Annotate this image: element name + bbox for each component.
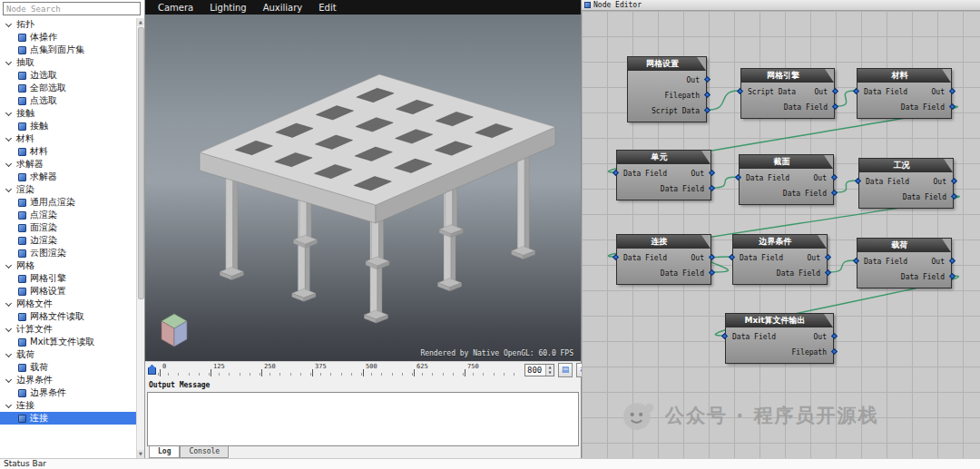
chevron-down-icon[interactable]	[5, 20, 12, 26]
output-message-box[interactable]	[147, 392, 579, 446]
output-port-icon[interactable]	[949, 273, 956, 279]
node-editor-canvas[interactable]: 公众号 · 程序员开源栈 网格设置OutFilepathScript Data网…	[582, 11, 980, 458]
tree-category[interactable]: 计算文件	[0, 323, 136, 336]
input-port-icon[interactable]	[853, 258, 859, 264]
chevron-down-icon[interactable]	[5, 261, 12, 268]
tree-item[interactable]: 网格设置	[0, 285, 136, 298]
chevron-down-icon[interactable]	[5, 185, 12, 191]
node-material[interactable]: 材料Data FieldOutData Field	[857, 68, 952, 119]
timeline-ruler[interactable]: 0125250375500625750	[158, 363, 517, 377]
output-port-icon[interactable]	[951, 178, 957, 184]
input-port-icon[interactable]	[612, 170, 619, 176]
tree-category[interactable]: 材料	[0, 132, 136, 145]
node-boundary[interactable]: 边界条件Data FieldOutData Field	[732, 234, 828, 285]
tree-item[interactable]: 点渲染	[0, 209, 136, 221]
output-port-icon[interactable]	[949, 103, 956, 110]
output-port-icon[interactable]	[704, 107, 710, 113]
timeline-marker[interactable]	[148, 365, 156, 375]
chevron-down-icon[interactable]	[5, 376, 12, 382]
chevron-down-icon[interactable]	[5, 134, 12, 141]
output-port-icon[interactable]	[949, 258, 956, 264]
node-case[interactable]: 工况Data FieldOutData Field	[858, 158, 954, 209]
menu-camera[interactable]: Camera	[151, 3, 201, 13]
chevron-down-icon[interactable]	[5, 350, 12, 357]
node-mxit-output[interactable]: Mxit算文件输出Data FieldOutFilepath	[725, 313, 834, 364]
menu-edit[interactable]: Edit	[311, 3, 343, 13]
tree-item[interactable]: 连接	[0, 412, 136, 425]
tree-category[interactable]: 网格	[0, 259, 136, 272]
tree-item[interactable]: 全部选取	[0, 82, 136, 94]
chevron-down-icon[interactable]	[5, 401, 12, 407]
3d-viewport[interactable]: Rendered by Native OpenGL: 60.0 FPS	[145, 15, 581, 361]
tree-scrollbar[interactable]: ▲ ▼	[136, 18, 144, 458]
frame-spinbox[interactable]: 800 ▲ ▼	[524, 364, 554, 376]
node-mesh-settings[interactable]: 网格设置OutFilepathScript Data	[627, 56, 707, 122]
tree-category[interactable]: 网格文件	[0, 298, 136, 310]
tree-category[interactable]: 连接	[0, 399, 136, 412]
output-port-icon[interactable]	[704, 92, 710, 98]
node-connection[interactable]: 连接Data FieldOutData Field	[616, 234, 711, 285]
menu-auxiliary[interactable]: Auxiliary	[256, 3, 310, 13]
tree-category[interactable]: 载荷	[0, 348, 136, 361]
tree-item[interactable]: 边渲染	[0, 234, 136, 247]
output-port-icon[interactable]	[832, 88, 838, 94]
output-port-icon[interactable]	[709, 185, 715, 191]
input-port-icon[interactable]	[729, 254, 735, 260]
input-port-icon[interactable]	[735, 174, 741, 181]
tree-item[interactable]: 边选取	[0, 69, 136, 82]
output-port-icon[interactable]	[825, 254, 831, 260]
output-port-icon[interactable]	[951, 193, 957, 200]
frame-value[interactable]: 800	[525, 365, 545, 376]
output-port-icon[interactable]	[709, 269, 715, 276]
output-port-icon[interactable]	[709, 170, 715, 176]
tree-item[interactable]: 点集到面片集	[0, 44, 136, 56]
output-port-icon[interactable]	[825, 269, 831, 276]
chevron-down-icon[interactable]	[5, 325, 12, 331]
node-mesh-engine[interactable]: 网格引擎Script DataOutData Field	[740, 68, 835, 119]
chevron-down-icon[interactable]	[5, 109, 12, 115]
tree-item[interactable]: 求解器	[0, 171, 136, 183]
input-port-icon[interactable]	[737, 88, 743, 94]
output-port-icon[interactable]	[831, 348, 838, 355]
tab-log[interactable]: Log	[149, 446, 180, 458]
tree-item[interactable]: Mxit算文件读取	[0, 336, 136, 348]
navigation-cube[interactable]	[154, 307, 194, 350]
tree-item[interactable]: 面渲染	[0, 221, 136, 234]
output-port-icon[interactable]	[831, 333, 838, 339]
tree-item[interactable]: 通用点渲染	[0, 196, 136, 209]
menu-lighting[interactable]: Lighting	[202, 3, 253, 13]
tree-item[interactable]: 边界条件	[0, 386, 136, 399]
tree-item[interactable]: 体操作	[0, 31, 136, 44]
input-port-icon[interactable]	[612, 254, 619, 260]
report-button[interactable]: ▤	[558, 363, 573, 377]
chevron-down-icon[interactable]	[5, 299, 12, 306]
search-input[interactable]	[3, 2, 141, 15]
tree-item[interactable]: 网格文件读取	[0, 310, 136, 323]
tree-item[interactable]: 接触	[0, 120, 136, 132]
node-section[interactable]: 截面Data FieldOutData Field	[739, 154, 834, 205]
output-port-icon[interactable]	[831, 190, 838, 196]
output-port-icon[interactable]	[949, 88, 956, 94]
tree-item[interactable]: 网格引擎	[0, 272, 136, 285]
chevron-down-icon[interactable]	[5, 160, 12, 166]
node-load[interactable]: 载荷Data FieldOutData Field	[857, 238, 952, 288]
chevron-down-icon[interactable]	[5, 58, 12, 64]
tree-category[interactable]: 边界条件	[0, 374, 136, 386]
output-port-icon[interactable]	[709, 254, 715, 260]
tree-item[interactable]: 点选取	[0, 94, 136, 107]
output-port-icon[interactable]	[832, 103, 838, 110]
input-port-icon[interactable]	[721, 333, 728, 339]
spinner-arrows[interactable]: ▲ ▼	[545, 365, 554, 376]
tree-category[interactable]: 求解器	[0, 158, 136, 171]
tree-item[interactable]: 载荷	[0, 361, 136, 374]
scrollbar-thumb[interactable]	[138, 27, 144, 299]
output-port-icon[interactable]	[704, 76, 710, 83]
scroll-up-icon[interactable]: ▲	[137, 18, 144, 26]
output-port-icon[interactable]	[831, 174, 838, 181]
scroll-down-icon[interactable]: ▼	[137, 450, 144, 458]
input-port-icon[interactable]	[853, 88, 859, 94]
spin-down-icon[interactable]: ▼	[546, 370, 554, 376]
tree-item[interactable]: 材料	[0, 145, 136, 158]
tree-category[interactable]: 接触	[0, 107, 136, 120]
tree-category[interactable]: 渲染	[0, 183, 136, 196]
